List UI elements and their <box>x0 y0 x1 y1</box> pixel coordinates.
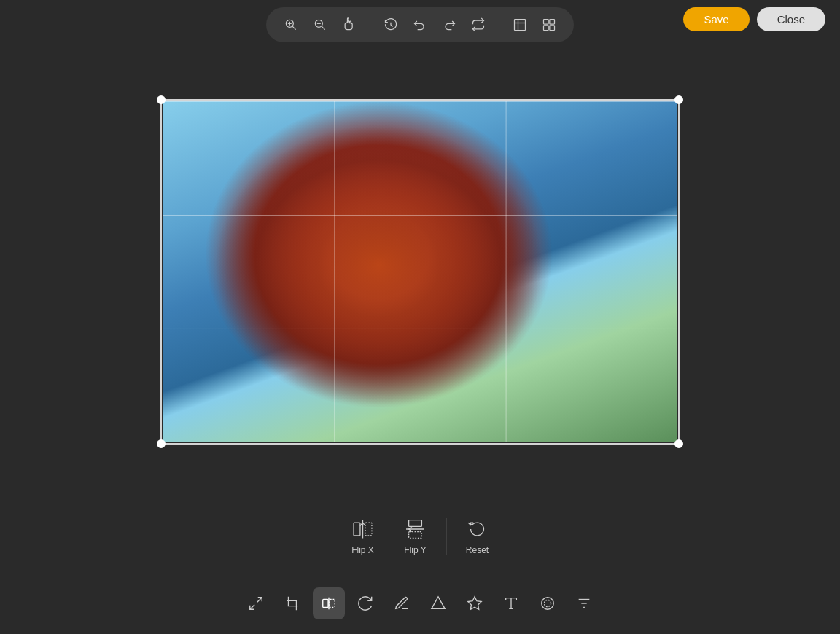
shape-tool-button[interactable] <box>422 587 454 619</box>
handle-bottom-right[interactable] <box>674 439 683 448</box>
repeat-button[interactable] <box>465 12 491 38</box>
zoom-in-icon <box>284 17 298 32</box>
pan-button[interactable] <box>336 12 362 38</box>
undo-icon <box>413 17 427 32</box>
shape-icon <box>430 595 446 611</box>
svg-rect-15 <box>365 523 372 536</box>
flip-y-button[interactable]: Flip Y <box>389 512 442 561</box>
reset-icon <box>466 517 489 541</box>
rotate-icon <box>357 595 373 611</box>
star-icon <box>467 595 483 611</box>
bottom-toolbar <box>240 587 600 619</box>
handle-top-left[interactable] <box>157 95 166 104</box>
header-actions: Save Close <box>683 7 825 31</box>
svg-rect-17 <box>409 520 422 527</box>
resize-icon <box>248 595 264 611</box>
svg-rect-13 <box>550 26 555 31</box>
crop-all-button[interactable] <box>536 12 562 38</box>
crop-container[interactable] <box>163 101 677 442</box>
text-icon <box>503 595 519 611</box>
svg-rect-11 <box>550 20 555 25</box>
svg-rect-22 <box>323 600 328 608</box>
svg-rect-14 <box>354 523 360 536</box>
svg-marker-25 <box>432 597 445 609</box>
flip-x-icon <box>351 517 375 541</box>
svg-marker-26 <box>468 597 481 609</box>
close-button[interactable]: Close <box>757 7 825 31</box>
svg-line-1 <box>292 26 296 30</box>
crop-single-icon <box>513 17 527 32</box>
flip-rotate-icon <box>321 595 337 611</box>
handle-top-right[interactable] <box>674 95 683 104</box>
flip-x-button[interactable]: Flip X <box>337 512 389 561</box>
crop-tool-button[interactable] <box>276 587 308 619</box>
pan-icon <box>342 17 357 32</box>
resize-tool-button[interactable] <box>240 587 272 619</box>
svg-rect-18 <box>409 532 422 539</box>
svg-rect-12 <box>544 26 549 31</box>
star-tool-button[interactable] <box>459 587 491 619</box>
reset-button[interactable]: Reset <box>451 512 504 561</box>
canvas-area <box>0 47 840 496</box>
top-toolbar <box>266 7 574 42</box>
svg-rect-23 <box>330 600 335 608</box>
draw-tool-button[interactable] <box>386 587 418 619</box>
svg-line-21 <box>250 605 254 609</box>
draw-icon <box>394 595 410 611</box>
svg-point-29 <box>542 598 554 610</box>
image-preview <box>163 101 677 442</box>
save-button[interactable]: Save <box>683 7 749 31</box>
undo-button[interactable] <box>407 12 433 38</box>
handle-bottom-left[interactable] <box>157 439 166 448</box>
crop-all-icon <box>542 17 556 32</box>
flip-divider <box>446 518 447 555</box>
redo-icon <box>442 17 456 32</box>
circle-icon <box>540 595 556 611</box>
svg-point-30 <box>544 600 551 606</box>
flip-y-label: Flip Y <box>404 545 426 555</box>
history-button[interactable] <box>378 12 404 38</box>
toolbar-divider-2 <box>499 16 499 34</box>
crop-single-button[interactable] <box>507 12 533 38</box>
zoom-out-icon <box>313 17 327 32</box>
rotate-tool-button[interactable] <box>349 587 381 619</box>
image-overlay <box>163 101 677 442</box>
svg-line-5 <box>322 26 325 30</box>
filter-icon <box>576 595 592 611</box>
svg-rect-10 <box>544 20 549 25</box>
flip-x-label: Flip X <box>351 545 374 555</box>
toolbar-divider-1 <box>370 16 370 34</box>
history-icon <box>384 17 398 32</box>
repeat-icon <box>471 17 486 32</box>
zoom-in-button[interactable] <box>278 12 304 38</box>
flip-toolbar: Flip X Flip Y Reset <box>337 512 504 561</box>
crop-icon <box>284 595 300 611</box>
flip-rotate-tool-button[interactable] <box>313 587 345 619</box>
circle-tool-button[interactable] <box>532 587 564 619</box>
redo-button[interactable] <box>436 12 462 38</box>
svg-line-20 <box>257 598 262 602</box>
text-tool-button[interactable] <box>495 587 527 619</box>
reset-label: Reset <box>466 545 489 555</box>
filter-tool-button[interactable] <box>568 587 600 619</box>
svg-rect-7 <box>515 20 526 31</box>
flip-y-icon <box>404 517 427 541</box>
zoom-out-button[interactable] <box>307 12 333 38</box>
